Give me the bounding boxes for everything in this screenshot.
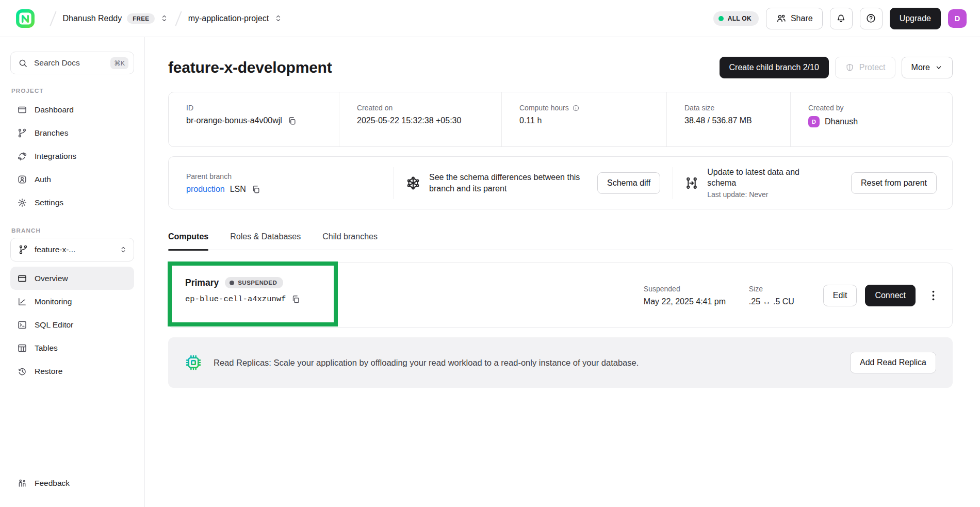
reset-from-parent-label: Reset from parent [861,178,927,188]
neon-logo[interactable] [15,9,35,28]
info-icon [572,104,580,112]
sidebar-item-dashboard[interactable]: Dashboard [10,98,134,121]
tab-bar: Computes Roles & Databases Child branche… [168,232,953,250]
sidebar-item-branches[interactable]: Branches [10,121,134,144]
gear-icon [17,198,27,208]
branch-id-value: br-orange-bonus-a4v00wjl [186,116,282,125]
protect-label: Protect [859,63,886,72]
compute-row: Primary SUSPENDED ep-blue-cell-a4xzunwf [168,263,953,328]
bell-icon [836,13,846,24]
size-label: Size [749,285,809,293]
people-icon [776,13,786,24]
data-size-value: 38.48 / 536.87 MB [684,116,752,125]
created-on-value: 2025-05-22 15:32:38 +05:30 [357,116,461,125]
user-badge-icon [17,174,27,185]
upgrade-label: Upgrade [900,14,931,23]
sidebar-item-label: Branches [35,128,68,138]
window-icon [17,105,27,115]
add-read-replica-button[interactable]: Add Read Replica [850,352,936,373]
connect-button[interactable]: Connect [865,285,916,306]
chevron-down-icon [935,63,943,72]
data-size-label: Data size [684,104,790,112]
status-badge: SUSPENDED [225,277,283,288]
sidebar: Search Docs ⌘K PROJECT Dashboard Branche… [0,37,145,507]
endpoint-id: ep-blue-cell-a4xzunwf [185,295,286,304]
kebab-menu-icon[interactable] [930,288,937,303]
edit-button[interactable]: Edit [823,285,857,306]
sidebar-item-label: Tables [35,344,58,353]
copy-icon[interactable] [251,185,260,194]
page-title: feature-x-development [168,59,332,76]
search-label: Search Docs [34,58,80,68]
history-clock-icon [17,366,27,377]
schema-diff-button[interactable]: Schema diff [597,172,660,194]
share-label: Share [791,14,813,23]
status-label: ALL OK [728,15,752,22]
suspended-label: Suspended [644,285,734,293]
create-child-branch-button[interactable]: Create child branch 2/10 [720,57,829,78]
branch-info-card: ID br-orange-bonus-a4v00wjl Created on 2… [168,92,953,147]
reset-branch-icon [684,176,699,190]
shield-icon [845,63,855,73]
sidebar-item-sql-editor[interactable]: SQL Editor [10,313,134,336]
upgrade-button[interactable]: Upgrade [890,8,941,29]
search-icon [18,58,28,68]
notifications-button[interactable] [830,8,853,29]
sidebar-item-feedback[interactable]: Feedback [10,471,134,495]
edit-label: Edit [833,291,847,300]
sidebar-item-integrations[interactable]: Integrations [10,144,134,168]
compute-hours-label: Compute hours [519,104,569,112]
org-name: Dhanush Reddy [63,14,122,23]
parent-branch-card: Parent branch production LSN [168,156,953,209]
sidebar-item-label: Monitoring [35,297,72,306]
help-button[interactable] [860,8,883,29]
chevron-sort-icon [274,14,283,23]
share-button[interactable]: Share [766,8,823,29]
sidebar-item-label: SQL Editor [35,320,73,330]
breadcrumb-org[interactable]: Dhanush Reddy FREE [63,13,169,24]
git-branch-icon [17,128,27,138]
tab-child-branches[interactable]: Child branches [322,232,378,250]
user-avatar[interactable]: D [948,9,967,28]
terminal-icon [17,320,27,330]
protect-button[interactable]: Protect [835,57,895,78]
sidebar-item-restore[interactable]: Restore [10,359,134,383]
update-subtitle: Last update: Never [707,190,820,199]
sidebar-item-monitoring[interactable]: Monitoring [10,290,134,313]
sidebar-item-label: Settings [35,198,63,207]
schema-network-icon [405,175,421,191]
main-content: feature-x-development Create child branc… [145,37,980,507]
reset-from-parent-button[interactable]: Reset from parent [851,172,937,194]
created-on-label: Created on [357,104,501,112]
feedback-people-icon [17,478,27,488]
search-docs-input[interactable]: Search Docs ⌘K [10,52,134,74]
status-dot-icon [718,16,724,21]
top-header: Dhanush Reddy FREE my-application-projec… [0,0,980,37]
branch-selector[interactable]: feature-x-... [10,238,134,261]
sidebar-item-label: Integrations [35,152,76,161]
window-icon [17,273,27,284]
sidebar-item-tables[interactable]: Tables [10,336,134,359]
copy-icon[interactable] [291,295,300,304]
tab-computes[interactable]: Computes [168,232,208,250]
sidebar-item-overview[interactable]: Overview [10,267,134,290]
chevron-sort-icon [119,246,127,254]
tab-roles-databases[interactable]: Roles & Databases [230,232,301,250]
sidebar-item-settings[interactable]: Settings [10,191,134,214]
parent-branch-link[interactable]: production [186,185,225,194]
annotation-highlight-box: Primary SUSPENDED ep-blue-cell-a4xzunwf [168,261,338,326]
created-by-avatar: D [808,116,820,127]
sidebar-item-auth[interactable]: Auth [10,168,134,191]
compute-hours-value: 0.11 h [519,116,542,125]
breadcrumb-project[interactable]: my-application-project [188,14,283,23]
schema-diff-label: Schema diff [607,178,650,188]
suspended-dot-icon [230,281,234,285]
chart-icon [17,297,27,307]
breadcrumb-divider [50,11,56,25]
status-pill[interactable]: ALL OK [713,11,759,26]
more-button[interactable]: More [902,57,953,78]
sidebar-item-label: Feedback [35,479,70,488]
breadcrumb-divider [175,11,182,25]
copy-icon[interactable] [287,116,297,125]
id-label: ID [186,104,339,112]
